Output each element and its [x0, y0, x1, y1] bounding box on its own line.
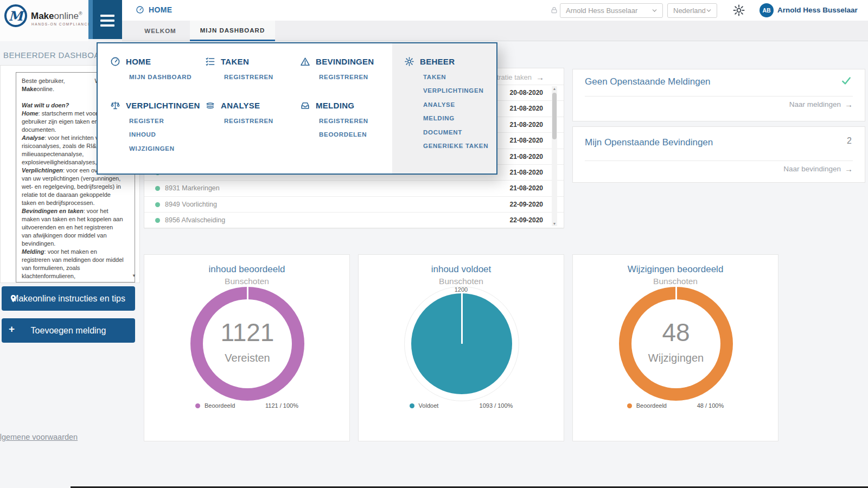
- meldingen-card-title: Geen Openstaande Meldingen: [585, 76, 711, 87]
- menu-section-analyse: ANALYSEREGISTREREN: [205, 100, 273, 128]
- menu-items: REGISTRERENBEOORDELEN: [319, 114, 368, 142]
- arrow-right-icon: [845, 164, 853, 174]
- bevindingen-count-badge: 2: [847, 136, 852, 146]
- naar-meldingen-link[interactable]: Naar meldingen: [789, 100, 853, 109]
- chart-title: Wijzigingen beoordeeld: [573, 264, 778, 275]
- info-item-lead: Verplichtingen: [22, 167, 63, 174]
- scrollbar-thumb[interactable]: [552, 93, 557, 139]
- scroll-down-icon[interactable]: [552, 222, 557, 226]
- menu-section-title[interactable]: HOME: [110, 56, 192, 67]
- donut-chart[interactable]: 48Wijzigingen: [619, 287, 733, 401]
- scroll-up-icon[interactable]: [552, 87, 557, 91]
- brand-name: Makeonline®: [31, 11, 82, 22]
- menu-item-verplichtingen[interactable]: VERPLICHTINGEN: [423, 84, 488, 98]
- menu-title-label: VERPLICHTINGEN: [126, 101, 200, 110]
- menu-item-inhoud[interactable]: INHOUD: [129, 128, 200, 142]
- table-row[interactable]: 8931 Markeringen21-08-2020: [144, 181, 564, 196]
- menu-section-title[interactable]: TAKEN: [205, 56, 273, 67]
- topbar-username[interactable]: Arnold Hess Busselaar: [777, 6, 858, 14]
- tab-welkom[interactable]: WELKOM: [135, 21, 186, 41]
- chart-subtitle: Bunschoten: [359, 277, 564, 286]
- greeting-left: Beste gebruiker,: [22, 77, 65, 85]
- menu-item-document[interactable]: DOCUMENT: [423, 125, 488, 139]
- toevoegen-melding-button[interactable]: + Toevoegen melding: [2, 318, 135, 343]
- toevoegen-melding-label: Toevoegen melding: [31, 326, 106, 336]
- chart-legend: Beoordeeld48 / 100%: [573, 402, 778, 409]
- menu-section-title[interactable]: BEHEER: [404, 56, 488, 67]
- brand-tagline: HANDS-ON COMPLIANCE: [31, 22, 91, 26]
- info-item-lead: Analyse: [22, 134, 44, 141]
- task-date: 20-08-2020: [510, 89, 543, 97]
- tab-mijn-dashboard[interactable]: MIJN DASHBOARD: [190, 21, 275, 41]
- menu-item-taken[interactable]: TAKEN: [423, 70, 488, 84]
- donut-chart[interactable]: 1121Vereisten: [190, 287, 304, 401]
- menu-item-wijzigingen[interactable]: WIJZIGINGEN: [129, 142, 200, 156]
- menu-item-melding[interactable]: MELDING: [423, 112, 488, 126]
- divider: [585, 96, 853, 97]
- donut-center-value: 48: [619, 318, 733, 347]
- menu-section-title[interactable]: VERPLICHTINGEN: [110, 100, 200, 111]
- pie-start-line: [461, 293, 463, 344]
- legend-value: 48 / 100%: [697, 402, 724, 409]
- pie-chart[interactable]: [411, 293, 512, 394]
- info-item: Bevindingen en taken: voor het maken van…: [22, 207, 124, 248]
- avatar[interactable]: AB: [760, 3, 774, 17]
- check-icon: [841, 75, 852, 86]
- menu-item-register[interactable]: REGISTER: [129, 114, 200, 128]
- menu-item-beoordelen[interactable]: BEOORDELEN: [319, 128, 368, 142]
- legend-dot-icon: [410, 403, 414, 408]
- meldingen-status-card: Geen Openstaande Meldingen Naar meldinge…: [572, 69, 865, 121]
- menu-item-mijn-dashboard[interactable]: MIJN DASHBOARD: [129, 70, 192, 84]
- hamburger-menu-button[interactable]: [93, 0, 122, 39]
- tab-bar: WELKOM MIJN DASHBOARD: [122, 21, 868, 41]
- gear-icon: [404, 56, 414, 67]
- hamburger-edge-highlight: [88, 0, 93, 39]
- naar-bevindingen-link[interactable]: Naar bevindingen: [783, 164, 853, 174]
- table-row[interactable]: 8949 Voorlichting22-09-2020: [144, 197, 564, 213]
- settings-gear-icon[interactable]: [732, 4, 745, 17]
- lock-icon: [550, 6, 558, 14]
- menu-section-title[interactable]: BEVINDINGEN: [300, 56, 374, 67]
- menu-item-registreren[interactable]: REGISTREREN: [319, 70, 374, 84]
- task-date: 21-08-2020: [510, 121, 543, 129]
- chart-title: inhoud beoordeeld: [144, 264, 349, 275]
- inbox-icon: [300, 100, 310, 111]
- registered-mark: ®: [79, 11, 82, 16]
- menu-section-beheer: BEHEERTAKENVERPLICHTINGENANALYSEMELDINGD…: [404, 56, 488, 153]
- task-label: 8956 Afvalscheiding: [165, 216, 225, 224]
- language-select[interactable]: Nederlands: [667, 3, 717, 18]
- gauge-icon: [110, 56, 120, 67]
- breadcrumb[interactable]: HOME: [136, 5, 173, 14]
- bevindingen-card-title: Mijn Openstaande Bevindingen: [585, 137, 713, 148]
- chart-subtitle: Bunschoten: [144, 277, 349, 286]
- algemene-voorwaarden-link[interactable]: Algemene voorwaarden: [0, 433, 78, 441]
- mega-menu: HOMEMIJN DASHBOARDTAKENREGISTRERENBEVIND…: [97, 42, 497, 175]
- menu-item-analyse[interactable]: ANALYSE: [423, 98, 488, 112]
- scroll-down-icon[interactable]: [132, 273, 136, 278]
- task-date: 21-08-2020: [510, 169, 543, 176]
- menu-item-registreren[interactable]: REGISTREREN: [224, 70, 273, 84]
- menu-section-title[interactable]: MELDING: [300, 100, 368, 111]
- chart-card: inhoud voldoetBunschoten1200Voldoet1093 …: [358, 254, 564, 441]
- page-title: BEHEERDER DASHBOARD: [3, 50, 112, 60]
- table-row[interactable]: 8956 Afvalscheiding22-09-2020: [144, 213, 564, 228]
- instructies-tips-button[interactable]: Makeonline instructies en tips: [2, 286, 135, 311]
- legend-dot-icon: [195, 403, 200, 408]
- menu-item-registreren[interactable]: REGISTREREN: [224, 114, 273, 128]
- user-select[interactable]: Arnold Hess Busselaar: [560, 3, 663, 18]
- task-date: 21-08-2020: [510, 105, 543, 112]
- menu-section-taken: TAKENREGISTREREN: [205, 56, 273, 84]
- chart-title: inhoud voldoet: [359, 264, 564, 275]
- makeonline-logo: M: [4, 4, 27, 27]
- menu-section-bevindingen: BEVINDINGENREGISTREREN: [300, 56, 374, 84]
- menu-item-generieke-taken[interactable]: GENERIEKE TAKEN: [423, 139, 488, 153]
- task-date: 21-08-2020: [510, 153, 543, 160]
- scales-icon: [110, 100, 120, 111]
- menu-item-registreren[interactable]: REGISTREREN: [319, 114, 368, 128]
- hamburger-icon: [100, 15, 114, 17]
- warning-triangle-icon: [300, 56, 310, 67]
- chevron-down-icon: [651, 7, 658, 14]
- task-date: 22-09-2020: [510, 216, 543, 224]
- tasks-scrollbar[interactable]: [552, 86, 557, 226]
- menu-section-title[interactable]: ANALYSE: [205, 100, 273, 111]
